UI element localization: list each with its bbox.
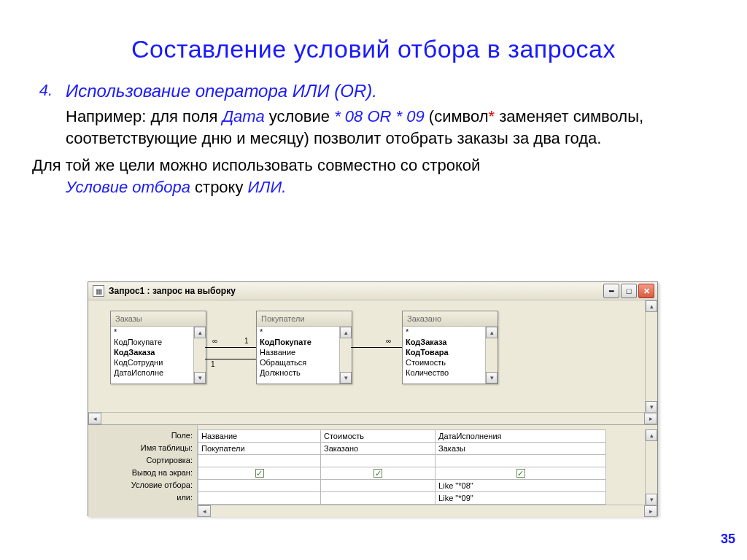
paragraph-1: Например: для поля Дата условие * 08 OR …: [32, 106, 715, 149]
field[interactable]: *: [111, 327, 206, 337]
field[interactable]: Название: [257, 347, 352, 357]
scroll-up-icon[interactable]: ▴: [646, 300, 657, 312]
field[interactable]: ДатаИсполне: [111, 368, 206, 378]
cell-or[interactable]: [198, 492, 321, 505]
field[interactable]: *: [403, 327, 498, 337]
minimize-button[interactable]: ━: [603, 284, 619, 298]
p1-a: для поля: [146, 107, 222, 125]
cell-sort[interactable]: [198, 455, 321, 467]
cell-show[interactable]: ✓: [198, 467, 321, 480]
scroll-left-icon[interactable]: ◂: [88, 413, 101, 424]
checkbox-checked-icon[interactable]: ✓: [255, 469, 264, 478]
list-scrollbar[interactable]: ▴ ▾: [339, 327, 352, 384]
table-header-ordered: Заказано: [403, 311, 498, 327]
scroll-down-icon[interactable]: ▾: [646, 494, 657, 505]
grid-hscrollbar[interactable]: ◂ ▸: [198, 505, 657, 517]
scroll-down-icon[interactable]: ▾: [194, 372, 206, 384]
maximize-button[interactable]: □: [621, 284, 637, 298]
row-label-field: Поле:: [88, 429, 193, 442]
field[interactable]: КодЗаказа: [403, 337, 498, 347]
cell-criteria[interactable]: [321, 480, 436, 492]
cell-or[interactable]: [321, 492, 436, 505]
p2-criteria-word: Условие отбора: [66, 178, 190, 196]
p1-c: (символ: [425, 107, 489, 125]
paragraph-2: Для той же цели можно использовать совме…: [32, 155, 715, 198]
scroll-down-icon[interactable]: ▾: [340, 372, 352, 384]
relationship-pane[interactable]: Заказы * КодПокупате КодЗаказа КодСотруд…: [88, 300, 657, 425]
pane-hscrollbar[interactable]: ◂ ▸: [88, 412, 657, 424]
row-label-show: Вывод на экран:: [88, 467, 193, 479]
relation-line: [205, 347, 256, 348]
pane-vscrollbar[interactable]: ▴ ▾: [645, 300, 657, 413]
scroll-up-icon[interactable]: ▴: [194, 327, 206, 338]
access-query-window: ▦ Запрос1 : запрос на выборку ━ □ ✕ Зака…: [88, 281, 658, 516]
field[interactable]: КодПокупате: [111, 337, 206, 347]
list-number: 4.: [32, 81, 53, 101]
p1-b: условие: [265, 107, 335, 125]
row-label-or: или:: [88, 491, 193, 504]
cell-field[interactable]: ДатаИсполнения: [436, 430, 606, 443]
field[interactable]: КодСотрудни: [111, 357, 206, 368]
close-button[interactable]: ✕: [638, 284, 654, 298]
cell-criteria[interactable]: [198, 480, 321, 492]
cell-sort[interactable]: [436, 455, 606, 467]
cell-table[interactable]: Заказы: [436, 443, 606, 455]
relation-one: 1: [211, 360, 215, 368]
scroll-up-icon[interactable]: ▴: [486, 327, 498, 338]
p2-or-word: ИЛИ.: [248, 178, 287, 196]
table-header-orders: Заказы: [111, 311, 206, 327]
scroll-left-icon[interactable]: ◂: [198, 505, 211, 517]
field[interactable]: Количество: [403, 368, 498, 378]
field[interactable]: КодПокупате: [257, 337, 352, 347]
table-box-customers[interactable]: Покупатели * КодПокупате Название Обраща…: [256, 311, 352, 384]
cell-show[interactable]: ✓: [321, 467, 436, 480]
cell-table[interactable]: Покупатели: [198, 443, 321, 455]
field[interactable]: *: [257, 327, 352, 337]
p1-field: Дата: [222, 107, 265, 125]
scroll-up-icon[interactable]: ▴: [646, 429, 657, 441]
table-box-ordered[interactable]: Заказано * КодЗаказа КодТовара Стоимость…: [402, 311, 498, 384]
p1-lead: Например:: [66, 107, 146, 125]
scroll-right-icon[interactable]: ▸: [644, 413, 657, 424]
scroll-up-icon[interactable]: ▴: [340, 327, 352, 338]
cell-field[interactable]: Название: [198, 430, 321, 443]
criteria-table[interactable]: Название Стоимость ДатаИсполнения Покупа…: [198, 429, 606, 505]
window-icon: ▦: [93, 285, 104, 297]
field[interactable]: Стоимость: [403, 357, 498, 368]
list-item-4: 4. Использование оператора ИЛИ (OR).: [32, 81, 715, 101]
row-label-table: Имя таблицы:: [88, 442, 193, 454]
relation-many: ∞: [386, 337, 391, 345]
field[interactable]: КодЗаказа: [111, 347, 206, 357]
scroll-down-icon[interactable]: ▾: [486, 372, 498, 384]
table-box-orders[interactable]: Заказы * КодПокупате КодЗаказа КодСотруд…: [110, 311, 206, 384]
slide-title: Составление условий отбора в запросах: [32, 35, 715, 63]
p2-b: строку: [190, 178, 248, 196]
window-titlebar[interactable]: ▦ Запрос1 : запрос на выборку ━ □ ✕: [88, 282, 657, 300]
cell-field[interactable]: Стоимость: [321, 430, 436, 443]
row-label-sort: Сортировка:: [88, 454, 193, 467]
checkbox-checked-icon[interactable]: ✓: [516, 469, 525, 478]
p1-star: *: [489, 107, 495, 125]
cell-criteria[interactable]: Like "*08": [436, 480, 606, 492]
list-scrollbar[interactable]: ▴ ▾: [193, 327, 206, 384]
p2-a: Для той же цели можно использовать совме…: [32, 156, 480, 174]
p1-condition: * 08 OR * 09: [334, 107, 425, 125]
grid-vscrollbar[interactable]: ▴ ▾: [645, 429, 657, 505]
scroll-down-icon[interactable]: ▾: [646, 401, 657, 413]
field[interactable]: Должность: [257, 368, 352, 378]
field[interactable]: Обращаться: [257, 357, 352, 368]
row-label-criteria: Условие отбора:: [88, 479, 193, 491]
page-number: 35: [721, 532, 735, 547]
relation-line: [205, 359, 256, 359]
list-text: Использование оператора ИЛИ (OR).: [66, 81, 377, 101]
cell-sort[interactable]: [321, 455, 436, 467]
cell-show[interactable]: ✓: [436, 467, 606, 480]
table-header-customers: Покупатели: [257, 311, 352, 327]
qbe-grid: Поле: Имя таблицы: Сортировка: Вывод на …: [88, 425, 657, 517]
scroll-right-icon[interactable]: ▸: [644, 505, 657, 517]
checkbox-checked-icon[interactable]: ✓: [374, 469, 382, 478]
cell-table[interactable]: Заказано: [321, 443, 436, 455]
list-scrollbar[interactable]: ▴ ▾: [485, 327, 498, 384]
cell-or[interactable]: Like "*09": [436, 492, 606, 505]
field[interactable]: КодТовара: [403, 347, 498, 357]
